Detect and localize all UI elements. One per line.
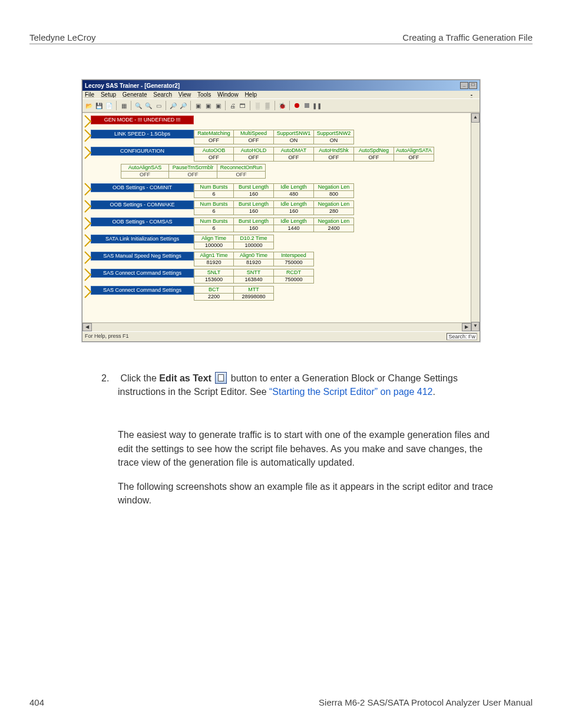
page-footer: 404 Sierra M6-2 SAS/SATA Protocol Analyz… [29, 697, 533, 707]
cell: PauseTrnScrmblrOFF [169, 164, 217, 179]
cell-value: 280 [314, 208, 354, 215]
edit-as-text-icon[interactable]: 📄 [105, 101, 113, 110]
config-extra-row: AutoAlignSASOFFPauseTrnScrmblrOFFReconne… [121, 164, 480, 179]
vertical-scrollbar[interactable]: ▲ ▼ [471, 113, 480, 331]
cell: AutoOOBOFF [194, 147, 234, 162]
tool-a-icon[interactable]: ▣ [194, 101, 202, 110]
trace-row: SAS Connect Command SettingsSNLT153600SN… [82, 269, 480, 284]
record-icon[interactable] [293, 101, 301, 110]
pause-icon[interactable]: ❚❚ [313, 101, 321, 110]
row-label[interactable]: OOB Settings - COMINIT [91, 183, 194, 192]
maximize-icon[interactable]: □ [469, 82, 477, 89]
window-title: Lecroy SAS Trainer - [Generator2] [85, 83, 180, 89]
scroll-right-icon[interactable]: ▶ [462, 323, 471, 331]
tool-b-icon[interactable]: ▣ [204, 101, 212, 110]
bug-icon[interactable]: 🐞 [278, 101, 286, 110]
cell: AutoHndShkOFF [314, 147, 354, 162]
stop-icon[interactable] [303, 101, 311, 110]
cell: Burst Length160 [234, 218, 274, 232]
cell: Negation Len280 [314, 200, 354, 215]
trace-row: SAS Manual Speed Neg SettingsAlign1 Time… [82, 252, 480, 266]
grid-icon[interactable]: ▦ [120, 101, 128, 110]
scroll-down-icon[interactable]: ▼ [471, 322, 480, 331]
trace-row: OOB Settings - COMWAKENum Bursts6Burst L… [82, 200, 480, 215]
row-label[interactable]: GEN MODE - !!! UNDEFINED !!! [91, 116, 194, 124]
row-cells: Align Time100000D10.2 Time100000 [194, 235, 274, 249]
row-label[interactable]: LINK SPEED - 1.5Gbps [91, 130, 194, 139]
menu-tools[interactable]: Tools [197, 91, 211, 98]
menu-generate[interactable]: Generate [123, 91, 147, 98]
row-label[interactable]: OOB Settings - COMWAKE [91, 200, 194, 209]
row-connector-icon [84, 286, 91, 298]
cell-header: Burst Length [234, 218, 274, 225]
cell-value: OFF [169, 172, 217, 179]
zoom-in-icon[interactable]: 🔍 [134, 101, 143, 110]
menu-setup[interactable]: Setup [101, 91, 116, 98]
row-connector-icon [84, 116, 91, 127]
cell: AutoHOLDOFF [234, 147, 274, 162]
row-label[interactable]: SAS Connect Command Settings [91, 269, 194, 278]
pattern1-icon[interactable]: ░ [253, 101, 262, 110]
cell-header: Idle Length [274, 200, 314, 208]
cell-header: Burst Length [234, 183, 274, 191]
tool-c-icon[interactable]: ▣ [214, 101, 222, 110]
scroll-up-icon[interactable]: ▲ [471, 113, 480, 123]
horizontal-scrollbar[interactable]: ◀ ▶ [82, 322, 471, 331]
row-connector-icon [84, 235, 91, 246]
cell: RCDT750000 [274, 269, 314, 284]
cell-value: 28998080 [234, 294, 274, 301]
row-cells: BCT2200MTT28998080 [194, 286, 274, 301]
open-icon[interactable]: 📂 [85, 101, 93, 110]
find-next-icon[interactable]: 🔎 [179, 101, 187, 110]
step-link[interactable]: “Starting the Script Editor” on page 412 [269, 387, 433, 397]
row-label[interactable]: SATA Link Initialization Settings [91, 235, 194, 243]
cell-value: 6 [194, 225, 234, 232]
cell: Idle Length1440 [274, 218, 314, 232]
step-bold: Edit as Text [159, 373, 211, 383]
cell-header: SupportSNW2 [314, 130, 354, 137]
row-cells: AutoOOBOFFAutoHOLDOFFAutoDMATOFFAutoHndS… [194, 147, 434, 162]
menu-view[interactable]: View [178, 91, 191, 98]
cell-value: 163840 [234, 276, 274, 284]
cell: Negation Len800 [314, 183, 354, 198]
row-connector-icon [84, 218, 91, 229]
trace-row: SAS Connect Command SettingsBCT2200MTT28… [82, 286, 480, 301]
preview-icon[interactable]: 🗔 [239, 101, 247, 110]
row-label[interactable]: SAS Connect Command Settings [91, 286, 194, 295]
menu-bar: File Setup Generate Search View Tools Wi… [82, 91, 480, 98]
cell-value: 6 [194, 208, 234, 215]
cell-header: Idle Length [274, 218, 314, 225]
fit-icon[interactable]: ▭ [154, 101, 163, 110]
trace-row: SATA Link Initialization SettingsAlign T… [82, 235, 480, 249]
window-buttons: _ □ [460, 82, 477, 89]
row-label[interactable]: CONFIGURATION [91, 147, 194, 156]
menu-file[interactable]: File [85, 91, 94, 98]
cell: AutoAlignSASOFF [121, 164, 169, 179]
menu-window[interactable]: Window [217, 91, 239, 98]
cell-header: Num Bursts [194, 200, 234, 208]
cell-value: OFF [354, 154, 394, 162]
save-icon[interactable]: 💾 [95, 101, 103, 110]
cell: Align Time100000 [194, 235, 234, 249]
cell: MTT28998080 [234, 286, 274, 301]
zoom-out-icon[interactable]: 🔍 [144, 101, 153, 110]
find-icon[interactable]: 🔎 [169, 101, 177, 110]
print-icon[interactable]: 🖨 [229, 101, 237, 110]
app-screenshot: Lecroy SAS Trainer - [Generator2] _ □ Fi… [82, 80, 480, 342]
cell-value: 800 [314, 191, 354, 198]
row-connector-icon [84, 183, 91, 195]
minimize-icon[interactable]: _ [460, 82, 468, 89]
menu-help[interactable]: Help [244, 91, 257, 98]
cell-value: 81920 [234, 259, 274, 266]
cell: Align0 Time81920 [234, 252, 274, 266]
cell-header: AutoHndShk [314, 147, 354, 154]
cell-header: PauseTrnScrmblr [169, 164, 217, 172]
menu-search[interactable]: Search [153, 91, 172, 98]
cell-header: SNTT [234, 269, 274, 276]
row-label[interactable]: OOB Settings - COMSAS [91, 218, 194, 226]
pattern2-icon[interactable]: ▒ [263, 101, 272, 110]
scroll-left-icon[interactable]: ◀ [82, 323, 92, 331]
cell: Num Bursts6 [194, 183, 234, 198]
row-label[interactable]: SAS Manual Speed Neg Settings [91, 252, 194, 261]
row-connector-icon [84, 200, 91, 212]
